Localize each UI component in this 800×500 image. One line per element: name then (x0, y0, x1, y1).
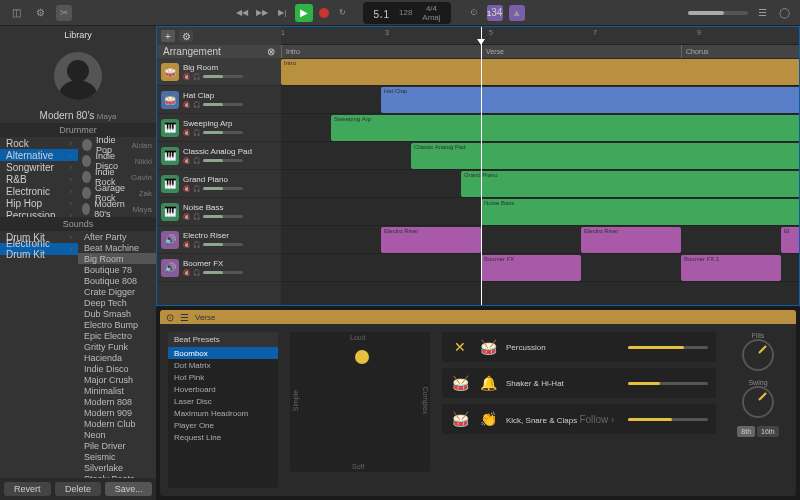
track-lane[interactable]: Boomer FXBoomer FX.1 (281, 254, 799, 282)
arrangement-marker[interactable]: Verse (481, 45, 681, 58)
sound-item[interactable]: Modern 909 (78, 407, 156, 418)
instrument-row[interactable]: 🥁👏Kick, Snare & Claps Follow › (442, 404, 716, 434)
region[interactable]: Sweeping Arp (331, 115, 799, 141)
library-icon[interactable]: ◫ (8, 5, 24, 21)
settings-icon[interactable]: ⚙ (32, 5, 48, 21)
loops-icon[interactable]: ◯ (776, 5, 792, 21)
track-lane[interactable]: Hat Clap (281, 86, 799, 114)
region[interactable]: Intro (281, 59, 799, 85)
delete-button[interactable]: Delete (55, 482, 102, 496)
playhead[interactable] (481, 27, 482, 305)
tuner-icon[interactable]: ⏲ (467, 6, 481, 20)
cycle-button[interactable]: ↻ (335, 6, 349, 20)
record-button[interactable] (319, 8, 329, 18)
region[interactable]: Classic Analog Pad (411, 143, 799, 169)
arrangement-marker[interactable]: Chorus (681, 45, 799, 58)
sound-item[interactable]: Gritty Funk (78, 341, 156, 352)
preset-item[interactable]: Boombox (168, 347, 278, 359)
preset-item[interactable]: Maximum Headroom (168, 407, 278, 419)
notes-icon[interactable]: ☰ (754, 5, 770, 21)
play-button[interactable]: ▶ (295, 4, 313, 22)
sound-item[interactable]: Big Room (78, 253, 156, 264)
sound-item[interactable]: Pile Driver (78, 440, 156, 451)
genre-item[interactable]: Songwriter› (0, 161, 78, 173)
sound-item[interactable]: Neon (78, 429, 156, 440)
track-volume-slider[interactable] (203, 103, 243, 106)
mute-button[interactable]: 🔇 (183, 213, 191, 221)
sound-item[interactable]: After Party (78, 231, 156, 242)
preset-item[interactable]: Dot Matrix (168, 359, 278, 371)
arrangement-close-icon[interactable]: ⊗ (267, 46, 275, 57)
instrument-row[interactable]: 🥁🔔Shaker & Hi-Hat (442, 368, 716, 398)
solo-button[interactable]: 🎧 (193, 157, 201, 165)
region[interactable]: Noise Bass (481, 199, 799, 225)
editor-power-icon[interactable]: ⊙ (166, 312, 174, 323)
sound-item[interactable]: Crate Digger (78, 286, 156, 297)
track-header[interactable]: 🎹Noise Bass🔇🎧 (157, 198, 281, 226)
count-in-button[interactable]: 134 (487, 5, 503, 21)
preset-item[interactable]: Request Line (168, 431, 278, 443)
mute-button[interactable]: 🔇 (183, 185, 191, 193)
track-volume-slider[interactable] (203, 75, 243, 78)
instrument-slider[interactable] (628, 346, 708, 349)
preset-item[interactable]: Laser Disc (168, 395, 278, 407)
add-track-button[interactable]: + (161, 30, 175, 42)
fills-knob[interactable] (742, 339, 774, 371)
track-header[interactable]: 🔊Boomer FX🔇🎧 (157, 254, 281, 282)
region[interactable]: El (781, 227, 799, 253)
track-volume-slider[interactable] (203, 271, 243, 274)
timeline[interactable]: 13579 IntroVerseChorus IntroHat ClapSwee… (281, 27, 799, 305)
solo-button[interactable]: 🎧 (193, 101, 201, 109)
arrangement-marker[interactable]: Intro (281, 45, 481, 58)
solo-button[interactable]: 🎧 (193, 73, 201, 81)
track-lane[interactable]: Classic Analog Pad (281, 142, 799, 170)
revert-button[interactable]: Revert (4, 482, 51, 496)
region[interactable]: Grand Piano (461, 171, 799, 197)
region[interactable]: Boomer FX (481, 255, 581, 281)
track-header[interactable]: 🥁Big Room🔇🎧 (157, 58, 281, 86)
track-volume-slider[interactable] (203, 243, 243, 246)
instrument-icon[interactable]: 🔔 (478, 373, 498, 393)
preset-item[interactable]: Hot Pink (168, 371, 278, 383)
mute-button[interactable]: 🔇 (183, 101, 191, 109)
instrument-icon[interactable]: 👏 (478, 409, 498, 429)
sound-item[interactable]: Beat Machine (78, 242, 156, 253)
sound-item[interactable]: Silverlake (78, 462, 156, 473)
instrument-slider[interactable] (628, 418, 708, 421)
sound-item[interactable]: Seismic (78, 451, 156, 462)
instrument-icon[interactable]: 🥁 (478, 337, 498, 357)
region[interactable]: Boomer FX.1 (681, 255, 781, 281)
track-header[interactable]: 🎹Sweeping Arp🔇🎧 (157, 114, 281, 142)
track-header[interactable]: 🔊Electro Riser🔇🎧 (157, 226, 281, 254)
sound-item[interactable]: Major Crush (78, 374, 156, 385)
lcd-display[interactable]: 5.1 128 4/4Amaj (363, 2, 450, 24)
mute-button[interactable]: 🔇 (183, 73, 191, 81)
stop-button[interactable]: ▶| (275, 6, 289, 20)
toggle-8th[interactable]: 8th (737, 426, 755, 437)
instrument-icon[interactable]: 🥁 (450, 409, 470, 429)
mute-button[interactable]: 🔇 (183, 269, 191, 277)
track-volume-slider[interactable] (203, 159, 243, 162)
sound-item[interactable]: Epic Electro (78, 330, 156, 341)
track-lane[interactable]: Sweeping Arp (281, 114, 799, 142)
sound-item[interactable]: Indie Disco (78, 363, 156, 374)
mute-button[interactable]: 🔇 (183, 129, 191, 137)
track-header[interactable]: 🎹Classic Analog Pad🔇🎧 (157, 142, 281, 170)
sound-item[interactable]: Modern Club (78, 418, 156, 429)
preset-item[interactable]: Hoverboard (168, 383, 278, 395)
ruler[interactable]: 13579 (281, 27, 799, 45)
xy-pad[interactable]: Loud Soft Simple Complex (290, 332, 430, 472)
instrument-slider[interactable] (628, 382, 708, 385)
instrument-icon[interactable]: ✕ (450, 337, 470, 357)
sound-item[interactable]: Hacienda (78, 352, 156, 363)
sound-item[interactable]: Modern 808 (78, 396, 156, 407)
solo-button[interactable]: 🎧 (193, 241, 201, 249)
track-volume-slider[interactable] (203, 215, 243, 218)
track-lane[interactable]: Noise Bass (281, 198, 799, 226)
scissors-icon[interactable]: ✂ (56, 5, 72, 21)
track-header[interactable]: 🎹Grand Piano🔇🎧 (157, 170, 281, 198)
swing-knob[interactable] (742, 386, 774, 418)
solo-button[interactable]: 🎧 (193, 213, 201, 221)
preset-item[interactable]: Player One (168, 419, 278, 431)
sound-item[interactable]: Deep Tech (78, 297, 156, 308)
